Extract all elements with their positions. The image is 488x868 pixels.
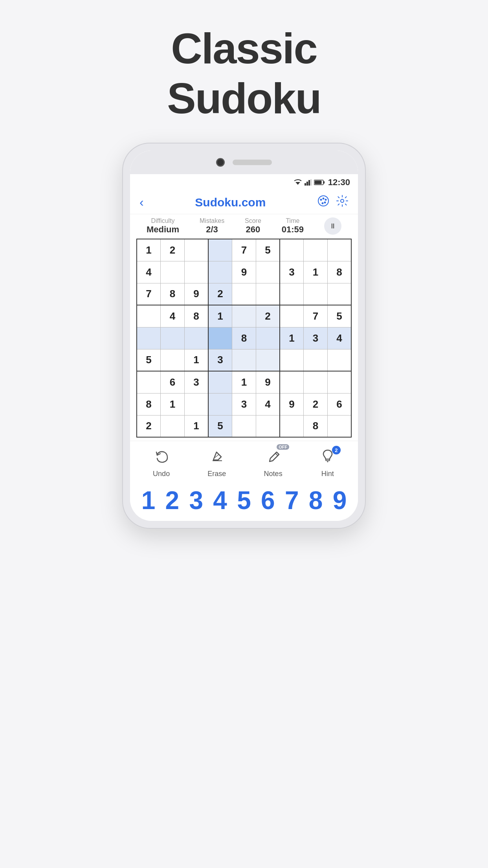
- grid-cell[interactable]: 3: [232, 393, 256, 415]
- grid-cell[interactable]: 8: [232, 327, 256, 349]
- grid-cell[interactable]: 8: [304, 415, 328, 437]
- grid-cell[interactable]: [161, 349, 185, 371]
- grid-cell[interactable]: 7: [137, 283, 161, 305]
- numpad-button-2[interactable]: 2: [161, 488, 183, 513]
- grid-cell[interactable]: [232, 283, 256, 305]
- grid-cell[interactable]: 8: [184, 305, 208, 327]
- grid-cell[interactable]: 3: [208, 349, 232, 371]
- back-button[interactable]: ‹: [139, 195, 144, 210]
- grid-cell[interactable]: 8: [137, 393, 161, 415]
- grid-cell[interactable]: [280, 371, 304, 393]
- grid-cell[interactable]: 5: [137, 349, 161, 371]
- notes-button[interactable]: OFF Notes: [264, 449, 283, 478]
- numpad-button-9[interactable]: 9: [328, 488, 350, 513]
- grid-cell[interactable]: 7: [304, 305, 328, 327]
- grid-cell[interactable]: [184, 393, 208, 415]
- grid-cell[interactable]: 6: [161, 371, 185, 393]
- grid-cell[interactable]: [232, 415, 256, 437]
- grid-cell[interactable]: [256, 261, 280, 283]
- grid-cell[interactable]: 1: [304, 261, 328, 283]
- grid-cell[interactable]: 4: [137, 261, 161, 283]
- grid-cell[interactable]: 7: [232, 239, 256, 261]
- grid-cell[interactable]: 1: [208, 305, 232, 327]
- grid-cell[interactable]: [327, 239, 351, 261]
- numpad-button-5[interactable]: 5: [233, 488, 255, 513]
- settings-icon[interactable]: [336, 195, 349, 210]
- grid-cell[interactable]: 3: [280, 261, 304, 283]
- grid-cell[interactable]: [161, 261, 185, 283]
- grid-cell[interactable]: [208, 327, 232, 349]
- grid-cell[interactable]: 5: [208, 415, 232, 437]
- grid-cell[interactable]: [208, 261, 232, 283]
- grid-cell[interactable]: [184, 261, 208, 283]
- numpad-button-8[interactable]: 8: [305, 488, 327, 513]
- grid-cell[interactable]: 2: [161, 239, 185, 261]
- grid-cell[interactable]: [280, 239, 304, 261]
- undo-button[interactable]: Undo: [153, 449, 170, 478]
- grid-cell[interactable]: 4: [256, 393, 280, 415]
- grid-cell[interactable]: [327, 415, 351, 437]
- grid-cell[interactable]: [304, 371, 328, 393]
- numpad-button-1[interactable]: 1: [137, 488, 159, 513]
- grid-cell[interactable]: 3: [184, 371, 208, 393]
- grid-cell[interactable]: [280, 349, 304, 371]
- grid-cell[interactable]: 1: [161, 393, 185, 415]
- grid-cell[interactable]: 9: [280, 393, 304, 415]
- grid-cell[interactable]: 4: [327, 327, 351, 349]
- grid-cell[interactable]: [232, 305, 256, 327]
- grid-cell[interactable]: 1: [232, 371, 256, 393]
- grid-cell[interactable]: 9: [232, 261, 256, 283]
- grid-cell[interactable]: [137, 305, 161, 327]
- grid-cell[interactable]: 2: [256, 305, 280, 327]
- grid-cell[interactable]: 8: [327, 261, 351, 283]
- erase-button[interactable]: Erase: [207, 449, 226, 478]
- grid-cell[interactable]: [280, 415, 304, 437]
- grid-cell[interactable]: [256, 283, 280, 305]
- grid-cell[interactable]: [137, 371, 161, 393]
- numpad-button-6[interactable]: 6: [257, 488, 279, 513]
- grid-cell[interactable]: [304, 239, 328, 261]
- grid-cell[interactable]: [137, 327, 161, 349]
- grid-cell[interactable]: [161, 327, 185, 349]
- grid-cell[interactable]: 8: [161, 283, 185, 305]
- grid-cell[interactable]: [327, 349, 351, 371]
- grid-cell[interactable]: 4: [161, 305, 185, 327]
- grid-cell[interactable]: [256, 415, 280, 437]
- grid-cell[interactable]: [256, 327, 280, 349]
- grid-cell[interactable]: [208, 393, 232, 415]
- hint-button[interactable]: 2 Hint: [320, 449, 335, 478]
- grid-cell[interactable]: 5: [256, 239, 280, 261]
- grid-cell[interactable]: 9: [256, 371, 280, 393]
- grid-cell[interactable]: 1: [184, 349, 208, 371]
- grid-cell[interactable]: 6: [327, 393, 351, 415]
- grid-table[interactable]: 1275493187892481275813451363198134926215…: [136, 239, 352, 438]
- grid-cell[interactable]: 1: [280, 327, 304, 349]
- grid-cell[interactable]: 2: [137, 415, 161, 437]
- grid-cell[interactable]: [327, 283, 351, 305]
- grid-cell[interactable]: [208, 239, 232, 261]
- grid-cell[interactable]: [161, 415, 185, 437]
- palette-icon[interactable]: [317, 195, 330, 210]
- grid-cell[interactable]: [184, 239, 208, 261]
- grid-cell[interactable]: [184, 327, 208, 349]
- grid-cell[interactable]: 5: [327, 305, 351, 327]
- grid-cell[interactable]: [280, 305, 304, 327]
- grid-cell[interactable]: [327, 371, 351, 393]
- numpad-button-4[interactable]: 4: [209, 488, 231, 513]
- pause-button[interactable]: ⏸: [324, 217, 341, 235]
- grid-cell[interactable]: 1: [137, 239, 161, 261]
- grid-cell[interactable]: [304, 349, 328, 371]
- svg-point-13: [321, 202, 323, 204]
- grid-cell[interactable]: [304, 283, 328, 305]
- grid-cell[interactable]: 2: [208, 283, 232, 305]
- grid-cell[interactable]: [256, 349, 280, 371]
- grid-cell[interactable]: [208, 371, 232, 393]
- grid-cell[interactable]: [280, 283, 304, 305]
- grid-cell[interactable]: 1: [184, 415, 208, 437]
- grid-cell[interactable]: 9: [184, 283, 208, 305]
- grid-cell[interactable]: 2: [304, 393, 328, 415]
- numpad-button-3[interactable]: 3: [185, 488, 207, 513]
- grid-cell[interactable]: 3: [304, 327, 328, 349]
- grid-cell[interactable]: [232, 349, 256, 371]
- numpad-button-7[interactable]: 7: [281, 488, 303, 513]
